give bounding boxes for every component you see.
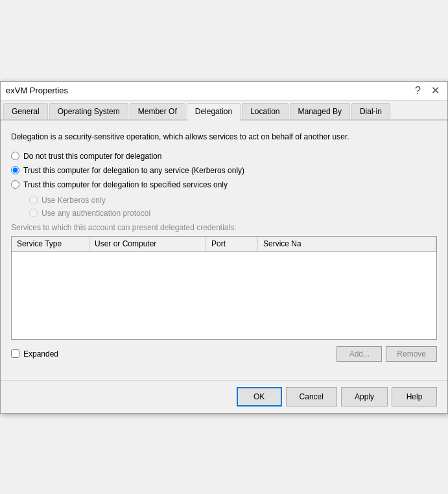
properties-window: exVM Properties ? ✕ General Operating Sy… <box>0 81 448 414</box>
title-controls: ? ✕ <box>412 86 442 96</box>
remove-button[interactable]: Remove <box>386 346 437 362</box>
services-table-container[interactable]: Service Type User or Computer Port Servi… <box>11 236 437 340</box>
sub-radio-input-option1[interactable] <box>29 196 38 204</box>
tab-operating-system[interactable]: Operating System <box>49 103 128 119</box>
radio-option2[interactable]: Trust this computer for delegation to an… <box>11 166 437 175</box>
col-header-service-type: Service Type <box>12 237 89 251</box>
cancel-button[interactable]: Cancel <box>286 387 337 406</box>
tab-member-of[interactable]: Member Of <box>130 103 185 119</box>
col-header-port: Port <box>206 237 258 251</box>
table-action-buttons: Add... Remove <box>336 346 437 362</box>
sub-radio-option2[interactable]: Use any authentication protocol <box>29 209 437 218</box>
sub-radio-group: Use Kerberos only Use any authentication… <box>29 196 437 218</box>
sub-radio-option1-label: Use Kerberos only <box>41 196 106 205</box>
expanded-checkbox[interactable] <box>11 349 19 358</box>
expanded-label: Expanded <box>23 349 58 359</box>
tab-dial-in[interactable]: Dial-in <box>351 103 390 119</box>
apply-button[interactable]: Apply <box>341 387 388 406</box>
radio-input-option2[interactable] <box>11 166 19 174</box>
radio-input-option3[interactable] <box>11 180 19 189</box>
tab-managed-by[interactable]: Managed By <box>290 103 350 119</box>
sub-radio-option1[interactable]: Use Kerberos only <box>29 196 437 205</box>
radio-option2-label: Trust this computer for delegation to an… <box>23 166 244 175</box>
sub-radio-option2-label: Use any authentication protocol <box>41 209 150 218</box>
radio-option1-label: Do not trust this computer for delegatio… <box>23 152 161 161</box>
footer: OK Cancel Apply Help <box>1 380 447 413</box>
ok-button[interactable]: OK <box>237 387 282 406</box>
radio-option1[interactable]: Do not trust this computer for delegatio… <box>11 152 437 161</box>
help-button[interactable]: ? <box>412 86 423 96</box>
add-button[interactable]: Add... <box>336 346 382 362</box>
radio-input-option1[interactable] <box>11 152 19 160</box>
table-header: Service Type User or Computer Port Servi… <box>12 237 436 252</box>
radio-option3[interactable]: Trust this computer for delegation to sp… <box>11 180 437 189</box>
title-bar: exVM Properties ? ✕ <box>1 82 447 100</box>
delegation-description: Delegation is a security-sensitive opera… <box>11 131 437 143</box>
tab-delegation[interactable]: Delegation <box>187 103 241 121</box>
col-header-user-computer: User or Computer <box>89 237 206 251</box>
close-button[interactable]: ✕ <box>429 86 442 96</box>
expanded-checkbox-label[interactable]: Expanded <box>11 349 58 359</box>
sub-radio-input-option2[interactable] <box>29 209 38 217</box>
col-header-service-name: Service Na <box>258 237 436 251</box>
services-label: Services to which this account can prese… <box>11 223 437 232</box>
tab-bar: General Operating System Member Of Deleg… <box>1 100 447 121</box>
tab-content: Delegation is a security-sensitive opera… <box>1 121 447 380</box>
tab-general[interactable]: General <box>3 103 48 119</box>
window-title: exVM Properties <box>6 86 68 95</box>
delegation-radio-group: Do not trust this computer for delegatio… <box>11 152 437 189</box>
radio-option3-label: Trust this computer for delegation to sp… <box>23 180 228 189</box>
tab-location[interactable]: Location <box>242 103 288 119</box>
help-footer-button[interactable]: Help <box>392 387 437 406</box>
